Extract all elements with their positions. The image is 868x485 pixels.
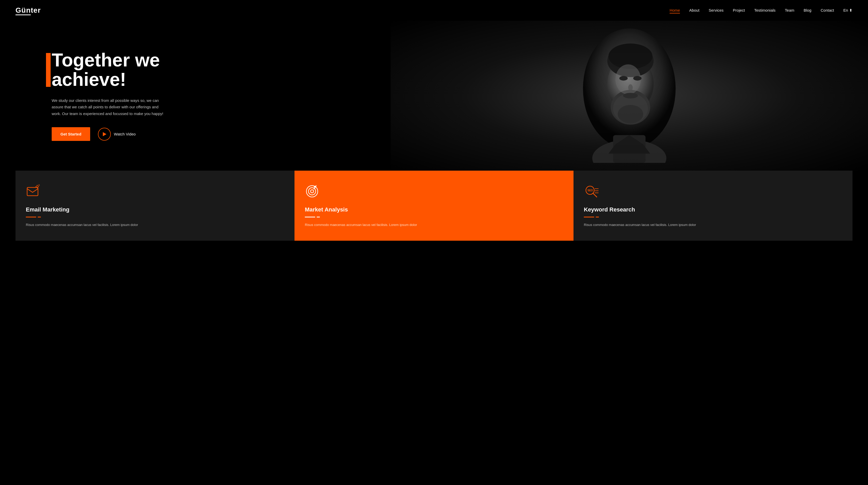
nav-item-services[interactable]: Services bbox=[709, 8, 723, 12]
card-market-analysis-title: Market Analysis bbox=[305, 206, 563, 213]
keyword-research-icon: SEO bbox=[584, 183, 599, 199]
title-accent-bar bbox=[46, 53, 51, 87]
svg-point-17 bbox=[311, 190, 314, 193]
card-market-analysis-text: Risus commodo maecenas accumsan lacus ve… bbox=[305, 222, 563, 228]
hero-content: Together we achieve! We study our client… bbox=[0, 35, 181, 157]
services-cards-section: Email Marketing Risus commodo maecenas a… bbox=[0, 171, 868, 241]
brand-logo[interactable]: Günter bbox=[16, 6, 41, 15]
nav-item-team[interactable]: Team bbox=[785, 8, 795, 12]
svg-point-15 bbox=[306, 186, 318, 197]
card-keyword-research-underline bbox=[584, 217, 594, 218]
language-selector[interactable]: En ⬍ bbox=[843, 8, 852, 12]
nav-item-home[interactable]: Home bbox=[670, 8, 680, 13]
hero-subtitle: We study our clients interest from all p… bbox=[52, 97, 165, 117]
hero-actions: Get Started Watch Video bbox=[52, 127, 165, 141]
card-email-marketing: Email Marketing Risus commodo maecenas a… bbox=[16, 171, 294, 241]
play-icon-circle bbox=[98, 128, 111, 141]
card-market-analysis-underline bbox=[305, 217, 315, 218]
hero-person-bg bbox=[391, 21, 868, 171]
svg-point-16 bbox=[308, 188, 316, 195]
nav-item-project[interactable]: Project bbox=[733, 8, 745, 12]
card-keyword-research: SEO Keyword Research Risus commodo maece… bbox=[574, 171, 852, 241]
navbar: Günter Home About Services Project Testi… bbox=[0, 0, 868, 21]
hero-section: Together we achieve! We study our client… bbox=[0, 21, 868, 171]
nav-item-contact[interactable]: Contact bbox=[821, 8, 834, 12]
card-email-marketing-underline bbox=[26, 217, 36, 218]
card-market-analysis: Market Analysis Risus commodo maecenas a… bbox=[294, 171, 574, 241]
nav-item-testimonials[interactable]: Testimonials bbox=[754, 8, 776, 12]
nav-links: Home About Services Project Testimonials… bbox=[670, 8, 852, 13]
svg-point-12 bbox=[628, 84, 633, 91]
svg-text:SEO: SEO bbox=[587, 189, 593, 192]
hero-title: Together we achieve! bbox=[52, 50, 165, 89]
svg-rect-14 bbox=[27, 188, 38, 196]
watch-video-button[interactable]: Watch Video bbox=[98, 128, 135, 141]
nav-item-blog[interactable]: Blog bbox=[804, 8, 811, 12]
card-email-marketing-title: Email Marketing bbox=[26, 206, 284, 213]
card-keyword-research-title: Keyword Research bbox=[584, 206, 842, 213]
nav-item-about[interactable]: About bbox=[689, 8, 699, 12]
svg-line-20 bbox=[593, 193, 597, 197]
get-started-button[interactable]: Get Started bbox=[52, 127, 90, 141]
svg-point-11 bbox=[633, 76, 642, 81]
card-keyword-research-text: Risus commodo maecenas accumsan lacus ve… bbox=[584, 222, 842, 228]
play-triangle-icon bbox=[103, 132, 106, 136]
email-marketing-icon bbox=[26, 183, 41, 199]
card-email-marketing-text: Risus commodo maecenas accumsan lacus ve… bbox=[26, 222, 284, 228]
person-silhouette bbox=[575, 28, 684, 163]
svg-point-10 bbox=[619, 76, 627, 81]
market-analysis-icon bbox=[305, 183, 320, 199]
hero-person-image bbox=[391, 21, 868, 171]
svg-point-8 bbox=[618, 105, 643, 123]
watch-video-label: Watch Video bbox=[114, 132, 135, 136]
svg-point-13 bbox=[623, 93, 638, 98]
